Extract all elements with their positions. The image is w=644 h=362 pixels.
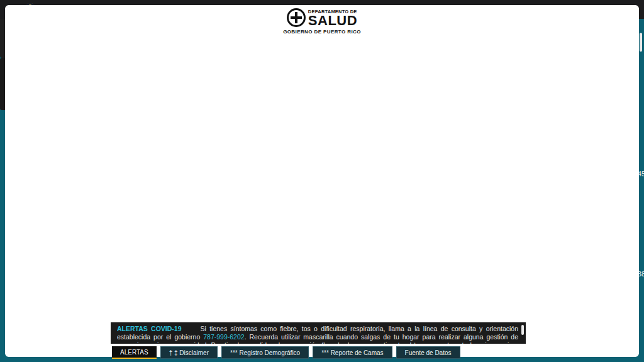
scrollbar[interactable] [640,33,642,52]
scrollbar[interactable] [521,325,524,335]
bottom-tab-bar: ALERTAS† ‡ Disclaimer*** Registro Demogr… [112,346,460,359]
bottom-tab[interactable]: *** Reporte de Camas [313,346,392,359]
alerts-panel: ALERTAS COVID-19Si tienes síntomas como … [111,322,526,344]
bottom-tab[interactable]: Fuente de Datos [396,346,460,359]
alerts-label: ALERTAS COVID-19 [117,325,182,332]
bottom-tab[interactable]: *** Registro Demográfico [221,346,309,359]
dashboard: Puerto Rico COVID-19 Total Casos Confirm… [0,0,644,362]
alert-phone-link[interactable]: 787-999-6202 [203,333,244,341]
health-cross-icon [287,8,306,27]
bottom-tab[interactable]: † ‡ Disclaimer [160,346,218,359]
departamento-salud-logo: DEPARTAMENTO DE SALUD GOBIERNO DE PUERTO… [0,58,108,110]
logo-line2: SALUD [308,14,357,27]
bottom-tab[interactable]: ALERTAS [112,346,157,359]
logo-line3: GOBIERNO DE PUERTO RICO [9,29,635,35]
